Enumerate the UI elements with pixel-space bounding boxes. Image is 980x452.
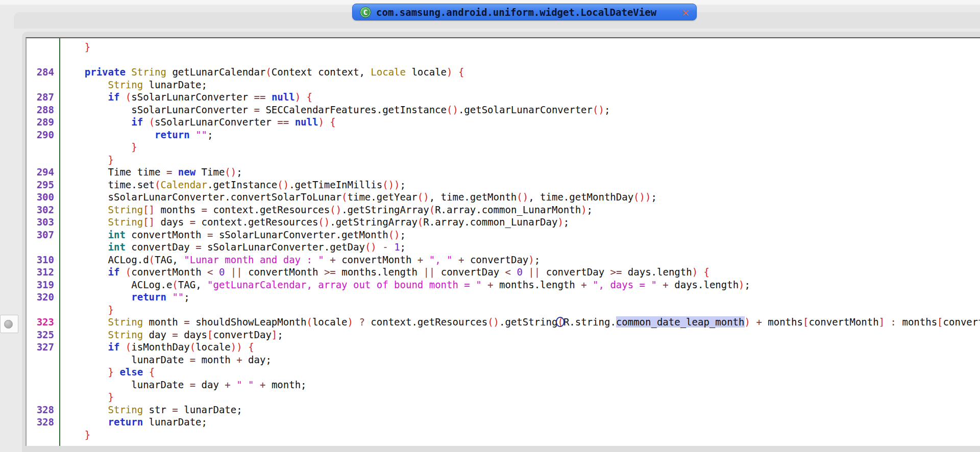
line-number: 323 (27, 316, 59, 329)
code-text: String[] months = context.getResources()… (59, 204, 980, 216)
line-number (27, 41, 59, 54)
code-text: Time time = new Time(); (59, 166, 980, 179)
line-number: 288 (27, 104, 59, 116)
line-number (27, 141, 59, 154)
code-line: lunarDate = month + day; (27, 354, 980, 366)
code-line: int convertDay = sSolarLunarConverter.ge… (27, 241, 980, 254)
tab-close-icon[interactable]: ✕ (682, 7, 689, 18)
code-text: if (sSolarLunarConverter == null) { (59, 116, 980, 129)
code-line: } (27, 304, 980, 316)
code-line: 294 Time time = new Time(); (27, 166, 980, 179)
line-number (27, 54, 59, 66)
code-editor[interactable]: }284 private String getLunarCalendar(Con… (26, 37, 980, 446)
code-text: lunarDate = day + " " + month; (59, 379, 980, 391)
code-line: 287 if (sSolarLunarConverter == null) { (27, 91, 980, 104)
code-line: 320 return ""; (27, 291, 980, 304)
line-number: 319 (27, 279, 59, 291)
code-text: } (59, 41, 980, 54)
line-number: 328 (27, 416, 59, 429)
line-number: 307 (27, 229, 59, 241)
line-number: 287 (27, 91, 59, 104)
code-text: return ""; (59, 129, 980, 141)
line-number (27, 391, 59, 404)
line-number: 284 (27, 66, 59, 79)
code-text: } else { (59, 366, 980, 379)
line-number: 303 (27, 216, 59, 229)
code-line: 310 ACLog.d(TAG, "Lunar month and day : … (27, 254, 980, 266)
code-text: if (sSolarLunarConverter == null) { (59, 91, 980, 104)
code-text: String lunarDate; (59, 79, 980, 91)
code-text: } (59, 154, 980, 166)
matched-paren-ring: ( (557, 316, 563, 328)
line-number (27, 241, 59, 254)
code-line: 290 return ""; (27, 129, 980, 141)
code-line: } (27, 429, 980, 441)
code-line: 303 String[] days = context.getResources… (27, 216, 980, 229)
line-number: 300 (27, 191, 59, 204)
code-line: 288 sSolarLunarConverter = SECCalendarFe… (27, 104, 980, 116)
line-number (27, 366, 59, 379)
code-text: } (59, 429, 980, 441)
code-line: String lunarDate; (27, 79, 980, 91)
line-number (27, 354, 59, 366)
line-number (27, 154, 59, 166)
code-text: String month = shouldShowLeapMonth(local… (59, 316, 980, 329)
class-tab[interactable]: C com.samsung.android.uniform.widget.Loc… (352, 4, 697, 20)
code-text: int convertDay = sSolarLunarConverter.ge… (59, 241, 980, 254)
code-line: } (27, 154, 980, 166)
code-text: } (59, 391, 980, 404)
code-line: 328 String str = lunarDate; (27, 404, 980, 416)
code-text: time.set(Calendar.getInstance().getTimeI… (59, 179, 980, 191)
line-number: 302 (27, 204, 59, 216)
code-line: 307 int convertMonth = sSolarLunarConver… (27, 229, 980, 241)
code-line: 302 String[] months = context.getResourc… (27, 204, 980, 216)
code-line (27, 54, 980, 66)
code-line: 319 ACLog.e(TAG, "getLunarCalendar, arra… (27, 279, 980, 291)
line-number (27, 429, 59, 441)
edge-marker[interactable] (0, 315, 18, 333)
code-text: int convertMonth = sSolarLunarConverter.… (59, 229, 980, 241)
code-text: } (59, 141, 980, 154)
code-text: if (convertMonth < 0 || convertMonth >= … (59, 266, 980, 279)
code-line: } (27, 41, 980, 54)
line-number: 328 (27, 404, 59, 416)
code-line: } (27, 141, 980, 154)
class-icon: C (360, 7, 371, 18)
line-number (27, 304, 59, 316)
line-number: 295 (27, 179, 59, 191)
code-text: String str = lunarDate; (59, 404, 980, 416)
code-text: ACLog.d(TAG, "Lunar month and day : " + … (59, 254, 980, 266)
code-line: 295 time.set(Calendar.getInstance().getT… (27, 179, 980, 191)
code-line: 312 if (convertMonth < 0 || convertMonth… (27, 266, 980, 279)
code-line: 284 private String getLunarCalendar(Cont… (27, 66, 980, 79)
code-line: 325 String day = days[convertDay]; (27, 329, 980, 341)
code-text: ACLog.e(TAG, "getLunarCalendar, array ou… (59, 279, 980, 291)
code-text: return ""; (59, 291, 980, 304)
code-line: } (27, 391, 980, 404)
line-number: 289 (27, 116, 59, 129)
code-text: sSolarLunarConverter = SECCalendarFeatur… (59, 104, 980, 116)
line-number: 327 (27, 341, 59, 354)
selection-highlight: common_date_leap_month (616, 316, 745, 328)
code-text: private String getLunarCalendar(Context … (59, 66, 980, 79)
code-text: String day = days[convertDay]; (59, 329, 980, 341)
marker-ball-icon (4, 320, 13, 329)
line-number: 294 (27, 166, 59, 179)
line-number (27, 379, 59, 391)
line-number: 310 (27, 254, 59, 266)
code-line: 289 if (sSolarLunarConverter == null) { (27, 116, 980, 129)
code-line: 327 if (isMonthDay(locale)) { (27, 341, 980, 354)
line-number: 320 (27, 291, 59, 304)
line-number: 312 (27, 266, 59, 279)
code-text (59, 54, 980, 66)
code-line: 328 return lunarDate; (27, 416, 980, 429)
code-text: } (59, 304, 980, 316)
code-area: }284 private String getLunarCalendar(Con… (27, 38, 980, 446)
code-text: if (isMonthDay(locale)) { (59, 341, 980, 354)
line-number: 325 (27, 329, 59, 341)
code-line: lunarDate = day + " " + month; (27, 379, 980, 391)
code-text: sSolarLunarConverter.convertSolarToLunar… (59, 191, 980, 204)
code-line: 323 String month = shouldShowLeapMonth(l… (27, 316, 980, 329)
line-number: 290 (27, 129, 59, 141)
code-line: } else { (27, 366, 980, 379)
